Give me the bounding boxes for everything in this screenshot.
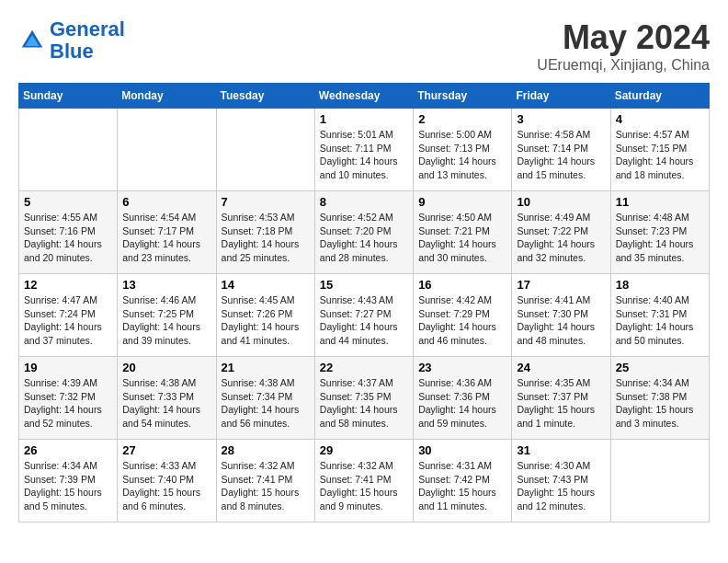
calendar-cell: 19Sunrise: 4:39 AM Sunset: 7:32 PM Dayli… [19,357,118,440]
calendar-cell: 9Sunrise: 4:50 AM Sunset: 7:21 PM Daylig… [414,191,512,274]
day-info: Sunrise: 4:43 AM Sunset: 7:27 PM Dayligh… [320,293,408,348]
calendar-cell [610,440,709,523]
day-number: 12 [24,278,112,292]
day-info: Sunrise: 4:53 AM Sunset: 7:18 PM Dayligh… [222,211,310,265]
calendar-cell: 18Sunrise: 4:40 AM Sunset: 7:31 PM Dayli… [610,274,709,357]
calendar-week-row: 1Sunrise: 5:01 AM Sunset: 7:11 PM Daylig… [19,109,710,191]
calendar-cell: 29Sunrise: 4:32 AM Sunset: 7:41 PM Dayli… [314,440,413,523]
day-info: Sunrise: 4:38 AM Sunset: 7:33 PM Dayligh… [122,376,210,431]
weekday-header-row: SundayMondayTuesdayWednesdayThursdayFrid… [19,84,710,109]
calendar-cell: 23Sunrise: 4:36 AM Sunset: 7:36 PM Dayli… [414,357,512,440]
day-info: Sunrise: 4:47 AM Sunset: 7:24 PM Dayligh… [24,293,112,348]
calendar-cell: 30Sunrise: 4:31 AM Sunset: 7:42 PM Dayli… [414,440,512,523]
day-info: Sunrise: 4:37 AM Sunset: 7:35 PM Dayligh… [320,376,408,431]
calendar-week-row: 12Sunrise: 4:47 AM Sunset: 7:24 PM Dayli… [19,274,710,357]
calendar-cell [19,109,118,191]
day-info: Sunrise: 5:01 AM Sunset: 7:11 PM Dayligh… [320,128,408,182]
calendar-cell: 16Sunrise: 4:42 AM Sunset: 7:29 PM Dayli… [414,274,512,357]
day-info: Sunrise: 4:45 AM Sunset: 7:26 PM Dayligh… [222,293,310,348]
day-info: Sunrise: 4:50 AM Sunset: 7:21 PM Dayligh… [418,211,506,265]
logo: General Blue [18,18,125,63]
calendar-cell: 2Sunrise: 5:00 AM Sunset: 7:13 PM Daylig… [414,109,512,191]
calendar-cell: 12Sunrise: 4:47 AM Sunset: 7:24 PM Dayli… [19,274,118,357]
weekday-header: Friday [512,84,610,109]
calendar-cell: 25Sunrise: 4:34 AM Sunset: 7:38 PM Dayli… [610,357,709,440]
calendar-cell: 22Sunrise: 4:37 AM Sunset: 7:35 PM Dayli… [314,357,413,440]
calendar-week-row: 5Sunrise: 4:55 AM Sunset: 7:16 PM Daylig… [19,191,710,274]
day-info: Sunrise: 4:40 AM Sunset: 7:31 PM Dayligh… [616,293,704,348]
calendar-cell: 21Sunrise: 4:38 AM Sunset: 7:34 PM Dayli… [216,357,314,440]
calendar-cell: 10Sunrise: 4:49 AM Sunset: 7:22 PM Dayli… [512,191,610,274]
day-info: Sunrise: 4:57 AM Sunset: 7:15 PM Dayligh… [616,128,704,182]
weekday-header: Tuesday [216,84,314,109]
day-info: Sunrise: 4:38 AM Sunset: 7:34 PM Dayligh… [222,376,310,431]
day-number: 18 [616,278,704,292]
logo-icon [18,27,46,54]
calendar-cell: 20Sunrise: 4:38 AM Sunset: 7:33 PM Dayli… [118,357,216,440]
day-number: 5 [24,195,112,209]
day-info: Sunrise: 4:34 AM Sunset: 7:39 PM Dayligh… [24,459,112,513]
logo-line1: General [50,17,125,40]
calendar-week-row: 26Sunrise: 4:34 AM Sunset: 7:39 PM Dayli… [19,440,710,523]
day-number: 22 [320,361,408,374]
page-header: General Blue May 2024 UEruemqi, Xinjiang… [18,18,710,74]
day-info: Sunrise: 4:32 AM Sunset: 7:41 PM Dayligh… [222,459,310,513]
title-block: May 2024 UEruemqi, Xinjiang, China [537,18,710,74]
calendar-cell: 24Sunrise: 4:35 AM Sunset: 7:37 PM Dayli… [512,357,610,440]
day-number: 19 [24,361,112,374]
day-number: 24 [517,361,605,374]
weekday-header: Monday [118,84,216,109]
weekday-header: Saturday [610,84,709,109]
calendar-cell [118,109,216,191]
calendar-cell: 14Sunrise: 4:45 AM Sunset: 7:26 PM Dayli… [216,274,314,357]
day-number: 3 [517,112,605,126]
day-number: 4 [616,112,704,126]
day-number: 27 [122,443,210,457]
day-number: 31 [517,443,605,457]
day-number: 15 [320,278,408,292]
weekday-header: Wednesday [314,84,413,109]
logo-text: General Blue [50,18,125,63]
calendar-cell: 15Sunrise: 4:43 AM Sunset: 7:27 PM Dayli… [314,274,413,357]
day-number: 1 [320,112,408,126]
calendar-cell: 1Sunrise: 5:01 AM Sunset: 7:11 PM Daylig… [314,109,413,191]
calendar-cell: 6Sunrise: 4:54 AM Sunset: 7:17 PM Daylig… [118,191,216,274]
day-info: Sunrise: 4:30 AM Sunset: 7:43 PM Dayligh… [517,459,605,513]
logo-line2: Blue [50,40,94,63]
day-info: Sunrise: 4:33 AM Sunset: 7:40 PM Dayligh… [122,459,210,513]
weekday-header: Sunday [19,84,118,109]
day-number: 17 [517,278,605,292]
calendar-cell: 28Sunrise: 4:32 AM Sunset: 7:41 PM Dayli… [216,440,314,523]
calendar-cell: 11Sunrise: 4:48 AM Sunset: 7:23 PM Dayli… [610,191,709,274]
calendar-cell: 4Sunrise: 4:57 AM Sunset: 7:15 PM Daylig… [610,109,709,191]
day-info: Sunrise: 4:58 AM Sunset: 7:14 PM Dayligh… [517,128,605,182]
day-number: 9 [418,195,506,209]
day-number: 26 [24,443,112,457]
day-number: 10 [517,195,605,209]
day-number: 28 [222,443,310,457]
day-info: Sunrise: 4:36 AM Sunset: 7:36 PM Dayligh… [418,376,506,431]
day-info: Sunrise: 5:00 AM Sunset: 7:13 PM Dayligh… [418,128,506,182]
day-number: 11 [616,195,704,209]
calendar-cell: 8Sunrise: 4:52 AM Sunset: 7:20 PM Daylig… [314,191,413,274]
calendar-cell: 26Sunrise: 4:34 AM Sunset: 7:39 PM Dayli… [19,440,118,523]
calendar-cell [216,109,314,191]
day-number: 29 [320,443,408,457]
day-info: Sunrise: 4:35 AM Sunset: 7:37 PM Dayligh… [517,376,605,431]
calendar-cell: 27Sunrise: 4:33 AM Sunset: 7:40 PM Dayli… [118,440,216,523]
calendar-cell: 7Sunrise: 4:53 AM Sunset: 7:18 PM Daylig… [216,191,314,274]
day-info: Sunrise: 4:52 AM Sunset: 7:20 PM Dayligh… [320,211,408,265]
day-info: Sunrise: 4:49 AM Sunset: 7:22 PM Dayligh… [517,211,605,265]
calendar-cell: 31Sunrise: 4:30 AM Sunset: 7:43 PM Dayli… [512,440,610,523]
weekday-header: Thursday [414,84,512,109]
day-number: 20 [122,361,210,374]
day-info: Sunrise: 4:42 AM Sunset: 7:29 PM Dayligh… [418,293,506,348]
day-number: 14 [222,278,310,292]
day-number: 8 [320,195,408,209]
calendar-cell: 17Sunrise: 4:41 AM Sunset: 7:30 PM Dayli… [512,274,610,357]
day-info: Sunrise: 4:46 AM Sunset: 7:25 PM Dayligh… [122,293,210,348]
day-info: Sunrise: 4:34 AM Sunset: 7:38 PM Dayligh… [616,376,704,431]
day-number: 16 [418,278,506,292]
day-number: 7 [222,195,310,209]
day-number: 6 [122,195,210,209]
